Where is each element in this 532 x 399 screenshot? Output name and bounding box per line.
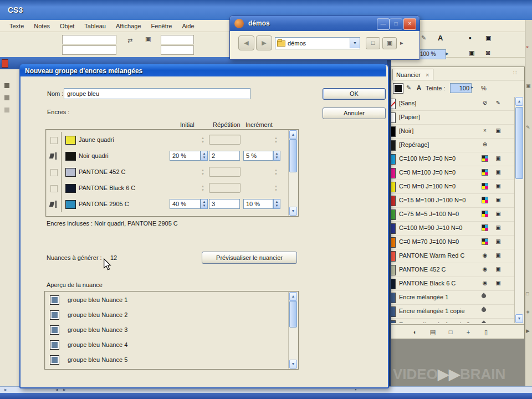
grid-icon[interactable]: ▣ <box>526 83 531 89</box>
pen-icon[interactable]: ✎ <box>406 84 411 91</box>
up-icon[interactable]: ▲ <box>275 200 279 204</box>
ok-button[interactable]: OK <box>323 88 386 100</box>
new-swatch-button[interactable]: + <box>463 328 473 336</box>
minimize-button[interactable]: — <box>377 18 390 30</box>
tool-icon[interactable] <box>4 83 9 88</box>
panel-options-icon[interactable]: ▣ <box>469 49 474 57</box>
scroll-up-icon[interactable]: ▲ <box>289 292 297 301</box>
ink-list-scrollbar[interactable]: ▲ ▼ <box>288 130 298 216</box>
swatch-row[interactable]: [Repérage]⊕ <box>391 139 515 152</box>
show-swatch-kinds-button[interactable]: ◐ <box>410 328 420 336</box>
close-icon[interactable]: × <box>526 44 529 50</box>
swatch-row[interactable]: C=0 M=0 J=100 N=0▣ <box>391 180 515 194</box>
scroll-thumb[interactable] <box>289 301 297 328</box>
scroll-up-icon[interactable]: ▲ <box>289 130 297 139</box>
status-chevron-icon[interactable]: ▸ <box>4 387 7 393</box>
initial-stepper[interactable]: ▲▼ <box>201 199 208 209</box>
swatch-row[interactable]: Encre mélangée 1 <box>391 291 515 305</box>
scroll-down-icon[interactable]: ▼ <box>289 360 297 369</box>
ink-checkbox[interactable] <box>47 180 62 196</box>
menu-item-texte[interactable]: Texte <box>4 22 29 30</box>
down-icon[interactable]: ▼ <box>203 204 206 208</box>
delete-swatch-button[interactable]: ▯ <box>481 328 491 336</box>
down-icon[interactable]: ▼ <box>203 156 206 160</box>
swap-icon[interactable]: ⇄ <box>127 37 132 44</box>
pen-icon[interactable]: ✎ <box>421 34 426 42</box>
control-field[interactable] <box>62 35 116 44</box>
mixed-ink-indicator[interactable] <box>47 148 62 164</box>
preview-swatch-row[interactable]: groupe bleu Nuance 5 <box>45 352 288 367</box>
new-color-group-button[interactable]: ▤ <box>428 328 438 336</box>
initial-field[interactable]: 40 % <box>170 199 201 209</box>
menu-item-affichage[interactable]: Affichage <box>111 22 146 30</box>
control-field[interactable] <box>62 45 116 55</box>
swatch-row[interactable]: C=0 M=70 J=100 N=0▣ <box>391 236 515 249</box>
tool-icon[interactable] <box>4 108 9 112</box>
asterisk-icon[interactable]: ∗ <box>526 309 530 315</box>
zoom-menu-icon[interactable]: ▸ <box>446 50 449 57</box>
tint-menu-icon[interactable]: ▸ <box>471 85 478 95</box>
views-menu-button[interactable]: ▣ <box>382 37 397 49</box>
swatch-row[interactable]: Encre mélangée 1 copie <box>391 305 515 319</box>
grid-swatch-icon[interactable]: ▣ <box>485 34 491 42</box>
swatch-row[interactable]: C=100 M=0 J=0 N=0▣ <box>391 152 515 166</box>
scroll-down-icon[interactable]: ▼ <box>289 207 297 216</box>
close-grid-icon[interactable]: ⊠ <box>485 49 490 57</box>
down-icon[interactable]: ▼ <box>275 204 279 208</box>
swatch-row[interactable]: [Noir]×▣ <box>391 125 515 139</box>
menu-item-tableau[interactable]: Tableau <box>79 22 111 30</box>
up-icon[interactable]: ▲ <box>203 152 206 156</box>
preview-swatch-row[interactable]: groupe bleu Nuance 2 <box>45 308 288 323</box>
preview-swatches-button[interactable]: Prévisualiser le nuancier <box>202 252 297 264</box>
pen-icon[interactable]: ✎ <box>526 125 530 130</box>
cancel-button[interactable]: Annuler <box>323 108 386 119</box>
grid-icon[interactable]: ▣ <box>145 35 151 43</box>
menu-item-aide[interactable]: Aide <box>177 22 199 30</box>
ink-checkbox[interactable] <box>47 132 62 148</box>
increment-field[interactable]: 10 % <box>243 199 273 209</box>
preview-swatch-row[interactable]: groupe bleu Nuance 3 <box>45 323 288 337</box>
initial-stepper[interactable]: ▲▼ <box>201 151 208 161</box>
view-button[interactable]: □ <box>366 37 380 49</box>
preview-scrollbar[interactable]: ▲ ▼ <box>288 292 298 369</box>
new-mixed-ink-button[interactable]: □ <box>446 328 456 336</box>
close-button[interactable]: × <box>403 18 416 30</box>
swatch-row[interactable]: PANTONE Black 6 C◉▣ <box>391 277 515 291</box>
tab-close-icon[interactable]: × <box>426 71 429 78</box>
text-tool-icon[interactable]: A <box>438 34 443 42</box>
swatch-row[interactable]: Encre mélangée 1 copie 2 <box>391 319 515 323</box>
back-button[interactable]: ◀ <box>238 35 254 50</box>
control-field[interactable] <box>161 35 194 44</box>
ink-checkbox[interactable] <box>47 164 62 180</box>
increment-stepper[interactable]: ▲▼ <box>273 199 280 209</box>
up-icon[interactable]: ▲ <box>203 200 206 204</box>
folder-combobox[interactable]: démos ▼ <box>275 37 360 49</box>
box-icon[interactable]: □ <box>526 291 529 296</box>
increment-stepper[interactable]: ▲▼ <box>273 151 280 161</box>
repeat-field[interactable]: 3 <box>209 199 240 209</box>
preview-swatch-row[interactable]: groupe bleu Nuance 1 <box>45 293 288 308</box>
up-icon[interactable]: ▲ <box>275 152 279 156</box>
swatch-row[interactable]: PANTONE 452 C◉▣ <box>391 263 515 277</box>
zoom-level-field[interactable]: 100 % <box>418 49 446 59</box>
initial-field[interactable]: 20 % <box>170 151 201 161</box>
swatch-row[interactable]: [Papier] <box>391 111 515 125</box>
increment-field[interactable]: 5 % <box>243 151 273 161</box>
down-icon[interactable]: ▼ <box>275 156 279 160</box>
tab-nuancier[interactable]: Nuancier × <box>392 69 433 80</box>
scroll-thumb[interactable] <box>289 139 297 172</box>
tool-icon[interactable] <box>4 95 9 100</box>
tint-value-field[interactable]: 100 <box>450 83 472 93</box>
maximize-button[interactable]: □ <box>390 18 402 30</box>
swatch-row[interactable]: PANTONE Warm Red C◉▣ <box>391 249 515 263</box>
scroll-up-icon[interactable]: ▲ <box>515 97 523 106</box>
swatch-scrollbar[interactable]: ▲ ▼ <box>514 97 524 323</box>
fill-swatch-icon[interactable]: ▪ <box>469 34 472 42</box>
swatch-row[interactable]: C=0 M=100 J=0 N=0▣ <box>391 166 515 180</box>
name-input[interactable]: groupe bleu <box>64 88 250 99</box>
panel-grip-icon[interactable]: ∷ <box>513 70 516 76</box>
control-field[interactable] <box>161 45 194 55</box>
menu-item-fentre[interactable]: Fenêtre <box>146 22 177 30</box>
swatch-row[interactable]: C=100 M=90 J=10 N=0▣ <box>391 222 515 236</box>
arrow-icon[interactable]: ▶ <box>526 328 530 334</box>
